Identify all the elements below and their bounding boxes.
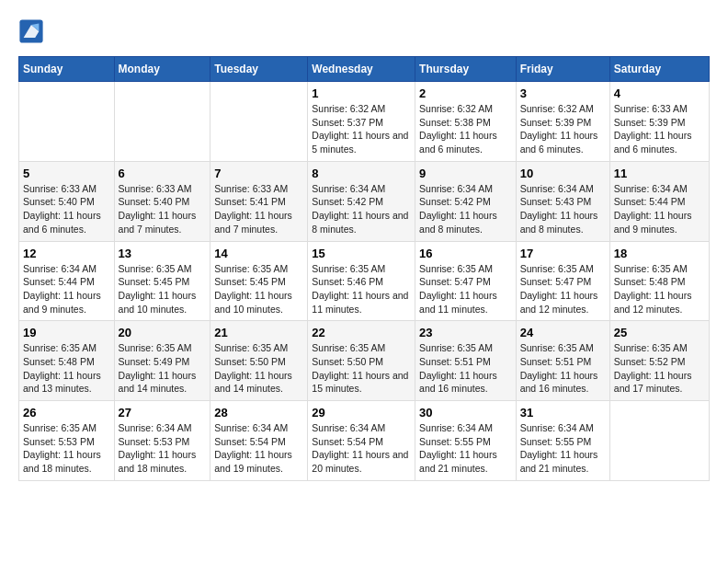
calendar-cell: 22Sunrise: 6:35 AMSunset: 5:50 PMDayligh… <box>308 321 415 401</box>
day-number: 6 <box>119 167 207 180</box>
calendar-week-row: 12Sunrise: 6:34 AMSunset: 5:44 PMDayligh… <box>19 241 710 321</box>
day-number: 16 <box>419 247 512 260</box>
calendar-cell <box>114 82 210 162</box>
weekday-header-thursday: Thursday <box>415 57 517 82</box>
calendar-cell: 9Sunrise: 6:34 AMSunset: 5:42 PMDaylight… <box>415 161 517 241</box>
day-number: 27 <box>119 406 207 419</box>
calendar-cell: 24Sunrise: 6:35 AMSunset: 5:51 PMDayligh… <box>516 321 609 401</box>
day-info: Sunrise: 6:35 AMSunset: 5:48 PMDaylight:… <box>614 262 705 316</box>
calendar-cell: 18Sunrise: 6:35 AMSunset: 5:48 PMDayligh… <box>609 241 709 321</box>
day-info: Sunrise: 6:35 AMSunset: 5:45 PMDaylight:… <box>119 262 207 316</box>
day-info: Sunrise: 6:35 AMSunset: 5:45 PMDaylight:… <box>214 262 303 316</box>
calendar-cell: 25Sunrise: 6:35 AMSunset: 5:52 PMDayligh… <box>609 321 709 401</box>
day-number: 14 <box>214 247 303 260</box>
calendar-cell: 19Sunrise: 6:35 AMSunset: 5:48 PMDayligh… <box>19 321 115 401</box>
calendar-week-row: 19Sunrise: 6:35 AMSunset: 5:48 PMDayligh… <box>19 321 710 401</box>
calendar-cell: 12Sunrise: 6:34 AMSunset: 5:44 PMDayligh… <box>19 241 115 321</box>
day-number: 28 <box>214 406 303 419</box>
day-info: Sunrise: 6:35 AMSunset: 5:50 PMDaylight:… <box>214 341 303 396</box>
day-info: Sunrise: 6:35 AMSunset: 5:52 PMDaylight:… <box>614 341 705 396</box>
weekday-header-tuesday: Tuesday <box>210 57 308 82</box>
day-info: Sunrise: 6:35 AMSunset: 5:51 PMDaylight:… <box>520 341 606 396</box>
day-info: Sunrise: 6:34 AMSunset: 5:53 PMDaylight:… <box>119 421 207 476</box>
day-number: 20 <box>119 326 207 339</box>
day-info: Sunrise: 6:34 AMSunset: 5:42 PMDaylight:… <box>312 182 411 236</box>
day-number: 10 <box>520 167 606 180</box>
day-info: Sunrise: 6:34 AMSunset: 5:43 PMDaylight:… <box>520 182 606 236</box>
day-info: Sunrise: 6:33 AMSunset: 5:40 PMDaylight:… <box>119 182 207 236</box>
day-number: 30 <box>419 406 512 419</box>
day-number: 7 <box>214 167 303 180</box>
day-info: Sunrise: 6:35 AMSunset: 5:53 PMDaylight:… <box>23 421 110 476</box>
day-number: 11 <box>614 167 705 180</box>
weekday-header-saturday: Saturday <box>609 57 709 82</box>
calendar-cell: 29Sunrise: 6:34 AMSunset: 5:54 PMDayligh… <box>308 401 415 481</box>
calendar-table: SundayMondayTuesdayWednesdayThursdayFrid… <box>18 56 710 481</box>
day-info: Sunrise: 6:35 AMSunset: 5:48 PMDaylight:… <box>23 341 110 396</box>
day-info: Sunrise: 6:35 AMSunset: 5:49 PMDaylight:… <box>119 341 207 396</box>
calendar-cell: 26Sunrise: 6:35 AMSunset: 5:53 PMDayligh… <box>19 401 115 481</box>
calendar-cell: 28Sunrise: 6:34 AMSunset: 5:54 PMDayligh… <box>210 401 308 481</box>
day-info: Sunrise: 6:32 AMSunset: 5:39 PMDaylight:… <box>520 102 606 156</box>
calendar-cell: 15Sunrise: 6:35 AMSunset: 5:46 PMDayligh… <box>308 241 415 321</box>
calendar-cell: 3Sunrise: 6:32 AMSunset: 5:39 PMDaylight… <box>516 82 609 162</box>
day-info: Sunrise: 6:34 AMSunset: 5:44 PMDaylight:… <box>23 262 110 316</box>
day-number: 22 <box>312 326 411 339</box>
day-number: 21 <box>214 326 303 339</box>
day-info: Sunrise: 6:34 AMSunset: 5:44 PMDaylight:… <box>614 182 705 236</box>
weekday-header-friday: Friday <box>516 57 609 82</box>
logo <box>18 18 48 44</box>
day-number: 19 <box>23 326 110 339</box>
calendar-cell: 17Sunrise: 6:35 AMSunset: 5:47 PMDayligh… <box>516 241 609 321</box>
calendar-cell: 10Sunrise: 6:34 AMSunset: 5:43 PMDayligh… <box>516 161 609 241</box>
generalblue-icon <box>18 18 44 44</box>
calendar-cell: 5Sunrise: 6:33 AMSunset: 5:40 PMDaylight… <box>19 161 115 241</box>
calendar-cell: 8Sunrise: 6:34 AMSunset: 5:42 PMDaylight… <box>308 161 415 241</box>
day-info: Sunrise: 6:35 AMSunset: 5:50 PMDaylight:… <box>312 341 411 396</box>
weekday-header-row: SundayMondayTuesdayWednesdayThursdayFrid… <box>19 57 710 82</box>
day-info: Sunrise: 6:35 AMSunset: 5:47 PMDaylight:… <box>520 262 606 316</box>
calendar-cell: 7Sunrise: 6:33 AMSunset: 5:41 PMDaylight… <box>210 161 308 241</box>
day-number: 2 <box>419 86 512 100</box>
calendar-week-row: 26Sunrise: 6:35 AMSunset: 5:53 PMDayligh… <box>19 401 710 481</box>
day-number: 12 <box>23 247 110 260</box>
calendar-cell: 31Sunrise: 6:34 AMSunset: 5:55 PMDayligh… <box>516 401 609 481</box>
calendar-cell: 6Sunrise: 6:33 AMSunset: 5:40 PMDaylight… <box>114 161 210 241</box>
day-info: Sunrise: 6:34 AMSunset: 5:54 PMDaylight:… <box>312 421 411 476</box>
calendar-cell: 11Sunrise: 6:34 AMSunset: 5:44 PMDayligh… <box>609 161 709 241</box>
calendar-cell: 21Sunrise: 6:35 AMSunset: 5:50 PMDayligh… <box>210 321 308 401</box>
day-number: 24 <box>520 326 606 339</box>
calendar-cell: 27Sunrise: 6:34 AMSunset: 5:53 PMDayligh… <box>114 401 210 481</box>
calendar-week-row: 1Sunrise: 6:32 AMSunset: 5:37 PMDaylight… <box>19 82 710 162</box>
day-number: 25 <box>614 326 705 339</box>
day-number: 29 <box>312 406 411 419</box>
calendar-cell: 23Sunrise: 6:35 AMSunset: 5:51 PMDayligh… <box>415 321 517 401</box>
day-number: 9 <box>419 167 512 180</box>
day-number: 31 <box>520 406 606 419</box>
day-info: Sunrise: 6:35 AMSunset: 5:47 PMDaylight:… <box>419 262 512 316</box>
calendar-cell <box>609 401 709 481</box>
calendar-cell: 20Sunrise: 6:35 AMSunset: 5:49 PMDayligh… <box>114 321 210 401</box>
calendar-week-row: 5Sunrise: 6:33 AMSunset: 5:40 PMDaylight… <box>19 161 710 241</box>
day-info: Sunrise: 6:34 AMSunset: 5:54 PMDaylight:… <box>214 421 303 476</box>
calendar-cell: 16Sunrise: 6:35 AMSunset: 5:47 PMDayligh… <box>415 241 517 321</box>
day-number: 5 <box>23 167 110 180</box>
day-info: Sunrise: 6:32 AMSunset: 5:37 PMDaylight:… <box>312 102 411 156</box>
calendar-body: 1Sunrise: 6:32 AMSunset: 5:37 PMDaylight… <box>19 82 710 481</box>
day-info: Sunrise: 6:35 AMSunset: 5:51 PMDaylight:… <box>419 341 512 396</box>
calendar-header: SundayMondayTuesdayWednesdayThursdayFrid… <box>19 57 710 82</box>
day-number: 8 <box>312 167 411 180</box>
calendar-cell: 2Sunrise: 6:32 AMSunset: 5:38 PMDaylight… <box>415 82 517 162</box>
day-info: Sunrise: 6:33 AMSunset: 5:39 PMDaylight:… <box>614 102 705 156</box>
calendar-cell <box>19 82 115 162</box>
day-info: Sunrise: 6:34 AMSunset: 5:55 PMDaylight:… <box>520 421 606 476</box>
day-number: 3 <box>520 86 606 100</box>
day-number: 15 <box>312 247 411 260</box>
day-number: 26 <box>23 406 110 419</box>
day-info: Sunrise: 6:33 AMSunset: 5:41 PMDaylight:… <box>214 182 303 236</box>
day-number: 23 <box>419 326 512 339</box>
calendar-cell: 30Sunrise: 6:34 AMSunset: 5:55 PMDayligh… <box>415 401 517 481</box>
day-number: 18 <box>614 247 705 260</box>
calendar-cell: 4Sunrise: 6:33 AMSunset: 5:39 PMDaylight… <box>609 82 709 162</box>
calendar-cell: 1Sunrise: 6:32 AMSunset: 5:37 PMDaylight… <box>308 82 415 162</box>
